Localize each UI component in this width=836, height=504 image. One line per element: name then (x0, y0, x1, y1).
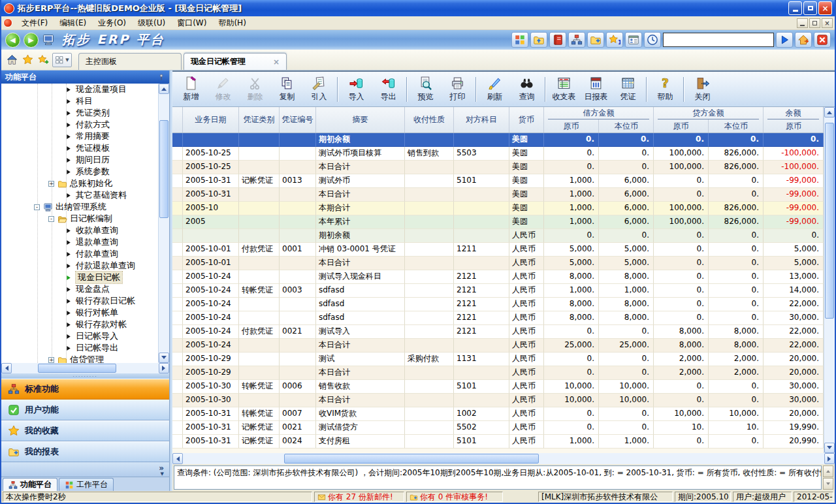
sidebar-button-标准功能[interactable]: 标准功能 (1, 379, 169, 400)
sidebar-button-我的收藏[interactable]: 我的收藏 (1, 420, 169, 441)
tree-item-日记帐导入[interactable]: 日记帐导入 (1, 330, 158, 342)
scroll-thumb[interactable] (159, 120, 169, 218)
tree-item-期间日历[interactable]: 期间日历 (1, 154, 158, 166)
table-row[interactable]: 2005-10-31记帐凭证0024支付房租5101人民币1,000.1,000… (172, 435, 824, 449)
tree-item-银行存款对帐[interactable]: 银行存款对帐 (1, 319, 158, 330)
column-header-对方科目[interactable]: 对方科目 (454, 107, 509, 133)
scroll-thumb[interactable] (825, 123, 834, 319)
toolbar-button-刷新[interactable]: 刷新 (479, 73, 511, 106)
tree-vertical-scrollbar[interactable] (158, 84, 169, 363)
tree-item-出纳管理系统[interactable]: -出纳管理系统 (1, 201, 158, 213)
tree-item-常用摘要[interactable]: 常用摘要 (1, 131, 158, 142)
contacts-icon[interactable] (625, 32, 642, 48)
column-header-贷方金额-本位币[interactable]: 本位币 (709, 119, 764, 133)
tree-item-收款单查询[interactable]: 收款单查询 (1, 225, 158, 236)
table-row[interactable]: 2005-10-01本日合计人民币5,000.5,000.0.0.5,000. (172, 257, 824, 270)
collapse-minus-icon[interactable]: - (34, 204, 40, 210)
tree-item-其它基础资料[interactable]: 其它基础资料 (1, 189, 158, 201)
sidebar-button-我的报表[interactable]: 我的报表 (1, 441, 169, 462)
query-scroll-down-button[interactable] (823, 478, 833, 490)
table-row[interactable]: 2005本年累计美圆1,000.6,000.100,000.826,000.-9… (172, 215, 824, 229)
column-header-业务日期[interactable]: 业务日期 (183, 107, 239, 133)
tree-item-现金流量项目[interactable]: 现金流量项目 (1, 84, 158, 95)
scroll-up-button[interactable] (159, 84, 169, 94)
scroll-thumb[interactable] (38, 364, 116, 373)
table-row[interactable]: 2005-10-24本日合计人民币25,000.25,000.8,000.8,0… (172, 339, 824, 353)
column-header-余额-原币[interactable]: 原币 (764, 119, 824, 133)
tree-item-银行存款日记帐[interactable]: 银行存款日记帐 (1, 295, 158, 307)
toolbar-button-导入[interactable]: 导入 (340, 73, 372, 106)
toolbar-button-凭证[interactable]: 凭证 (612, 73, 644, 106)
tree-item-付款方式[interactable]: 付款方式 (1, 119, 158, 131)
table-row[interactable]: 2005-10-24付款凭证0021测试导入2121人民币0.0.8,000.8… (172, 325, 824, 339)
scroll-right-button[interactable] (824, 453, 835, 464)
folder-up-icon[interactable] (530, 32, 547, 48)
menu-窗口(W)[interactable]: 窗口(W) (171, 17, 212, 29)
table-row[interactable]: 2005-10-31记帐凭证0021测试借贷方5502人民币0.0.10.10.… (172, 421, 824, 435)
toolbar-button-收支表[interactable]: 收支表 (548, 73, 580, 106)
column-header-凭证类别[interactable]: 凭证类别 (239, 107, 280, 133)
sidebar-more-chevron[interactable]: »▼ (1, 462, 169, 477)
forward-button[interactable]: ▶ (24, 33, 39, 48)
scroll-up-button[interactable] (824, 107, 835, 118)
org-chart-icon[interactable] (568, 32, 585, 48)
scroll-left-button[interactable] (1, 363, 12, 373)
scroll-down-button[interactable] (824, 443, 835, 453)
menu-编辑(E)[interactable]: 编辑(E) (54, 17, 92, 29)
tree-item-银行对帐单[interactable]: 银行对帐单 (1, 307, 158, 319)
toolbar-button-查询[interactable]: 查询 (511, 73, 543, 106)
red-book-icon[interactable] (549, 32, 566, 48)
table-row[interactable]: 2005-10-31转帐凭证0007收VIM货款1002人民币0.0.10,00… (172, 407, 824, 421)
tab-现金日记帐管理[interactable]: 现金日记帐管理× (184, 53, 287, 70)
toolbar-button-导出[interactable]: 导出 (372, 73, 404, 106)
tree-item-信贷管理[interactable]: +信贷管理 (1, 354, 158, 363)
sidebar-splitter-handle[interactable]: ......... (1, 373, 169, 379)
table-row[interactable]: 2005-10-29测试采购付款1131人民币0.0.2,000.2,000.2… (172, 353, 824, 366)
table-vertical-scrollbar[interactable] (824, 107, 835, 453)
table-row[interactable]: 2005-10-24测试导入现金科目2121人民币8,000.8,000.0.0… (172, 270, 824, 284)
table-row[interactable]: 2005-10-24sdfasd2121人民币8,000.8,000.0.0.3… (172, 311, 824, 325)
toolbar-button-复制[interactable]: 复制 (271, 73, 303, 106)
tree-item-现金日记帐[interactable]: 现金日记帐 (1, 272, 158, 283)
minimize-button[interactable] (788, 1, 802, 15)
scroll-right-button[interactable] (159, 363, 169, 373)
column-header-货币[interactable]: 货币 (509, 107, 544, 133)
table-row[interactable]: 2005-10-25测试外币项目核算销售到款5503美圆0.0.100,000.… (172, 147, 824, 161)
toolbar-button-预览[interactable]: 预览 (410, 73, 442, 106)
tree-item-凭证模板[interactable]: 凭证模板 (1, 142, 158, 154)
mdi-close-button[interactable]: × (822, 18, 833, 28)
modules-icon[interactable] (511, 32, 528, 48)
table-row[interactable]: 期初余额美圆0.0.0.0.0. (172, 133, 824, 147)
table-row[interactable]: 2005-10-30本日合计人民币10,000.10,000.0.0.30,00… (172, 394, 824, 407)
pin-icon[interactable] (157, 73, 165, 81)
menu-业务(O)[interactable]: 业务(O) (92, 17, 132, 29)
query-scroll-up-button[interactable] (823, 465, 833, 477)
tree-item-总账初始化[interactable]: +总账初始化 (1, 178, 158, 189)
toolbar-button-帮助[interactable]: ?帮助 (649, 73, 681, 106)
tree-item-科目[interactable]: 科目 (1, 95, 158, 107)
mdi-restore-button[interactable] (809, 18, 820, 28)
collapse-minus-icon[interactable]: - (48, 216, 54, 222)
table-row[interactable]: 2005-10本期合计美圆1,000.6,000.100,000.826,000… (172, 202, 824, 215)
menu-级联(U)[interactable]: 级联(U) (132, 17, 171, 29)
clock-icon[interactable] (644, 32, 661, 48)
home-icon[interactable] (5, 54, 18, 67)
scroll-left-button[interactable] (172, 453, 183, 464)
toolbar-button-日报表[interactable]: 日报表 (580, 73, 612, 106)
table-row[interactable]: 2005-10-31本日合计美圆1,000.6,000.0.0.-99,000. (172, 188, 824, 202)
home-exit-icon[interactable] (795, 32, 812, 48)
table-row[interactable]: 2005-10-24转帐凭证0003sdfasd2121人民币1,000.1,0… (172, 284, 824, 298)
status-mail-notice[interactable]: 你有 27 份新邮件! (314, 492, 404, 502)
toolbar-button-打印[interactable]: 打印 (442, 73, 474, 106)
tree-item-系统参数[interactable]: 系统参数 (1, 166, 158, 178)
tab-close-icon[interactable]: × (268, 57, 280, 67)
scroll-down-button[interactable] (159, 353, 169, 363)
menu-文件(F)[interactable]: 文件(F) (16, 17, 54, 29)
back-button[interactable]: ◀ (5, 33, 20, 48)
tree-item-日记帐导出[interactable]: 日记帐导出 (1, 342, 158, 354)
column-header-贷方金额-原币[interactable]: 原币 (654, 119, 709, 133)
menu-帮助(H)[interactable]: 帮助(H) (212, 17, 251, 29)
mdi-minimize-button[interactable] (797, 18, 808, 28)
tree-horizontal-scrollbar[interactable] (1, 363, 169, 373)
bottom-tab-功能平台[interactable]: 功能平台 (3, 478, 57, 491)
